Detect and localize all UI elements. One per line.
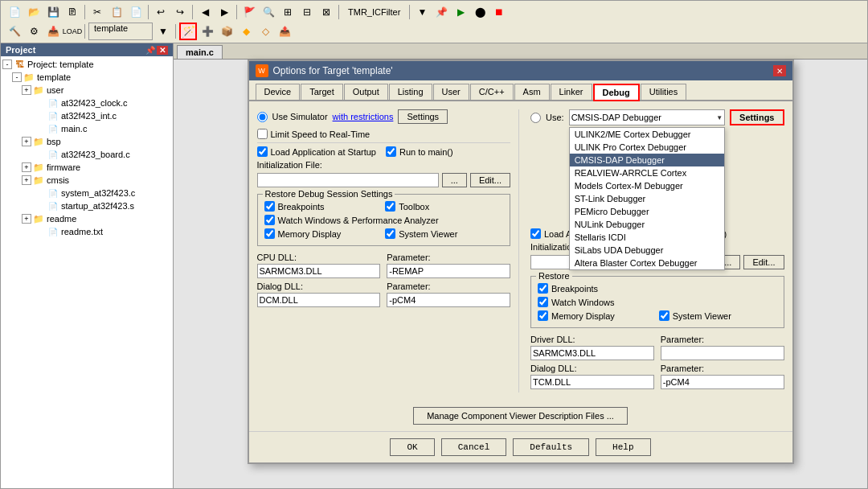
tree-item-bsp[interactable]: + 📁 bsp bbox=[2, 135, 171, 148]
toolbar-diamond2-btn[interactable]: ◇ bbox=[256, 23, 274, 40]
toolbar-options-btn[interactable]: 🪄 bbox=[179, 23, 197, 40]
tree-item-readmetxt[interactable]: 📄 readme.txt bbox=[2, 225, 171, 238]
toolbar-manage-btn[interactable]: 📦 bbox=[218, 23, 235, 40]
toolbar-find-btn[interactable]: 🔍 bbox=[260, 3, 277, 21]
left-settings-btn[interactable]: Settings bbox=[398, 109, 448, 124]
right-system-viewer-checkbox[interactable] bbox=[659, 310, 669, 321]
right-breakpoints-checkbox[interactable] bbox=[538, 283, 548, 294]
help-btn[interactable]: Help bbox=[596, 438, 650, 456]
dialog-tab-listing[interactable]: Listing bbox=[389, 84, 432, 100]
dialog-tab-asm[interactable]: Asm bbox=[514, 84, 550, 100]
toolbar-run-btn[interactable]: ▶ bbox=[452, 3, 469, 21]
dropdown-item-cmsis-dap[interactable]: CMSIS-DAP Debugger bbox=[570, 154, 724, 166]
toolbar-nav-back-btn[interactable]: ◀ bbox=[196, 3, 214, 21]
init-file-input[interactable] bbox=[257, 173, 439, 187]
dialog-dll-input-left[interactable] bbox=[257, 293, 381, 307]
tree-item-system[interactable]: 📄 system_at32f423.c bbox=[2, 187, 171, 199]
toolbar-tmr-btn[interactable]: TMR_ICFilter bbox=[342, 3, 406, 21]
right-watch-windows-checkbox[interactable] bbox=[538, 297, 548, 307]
dropdown-item-altera[interactable]: Altera Blaster Cortex Debugger bbox=[570, 257, 724, 269]
dialog-tab-user[interactable]: User bbox=[433, 84, 469, 100]
tree-item-board[interactable]: 📄 at32f423_board.c bbox=[2, 148, 171, 161]
right-dialog-dll-input[interactable] bbox=[530, 375, 654, 389]
driver-param-input[interactable] bbox=[661, 346, 784, 360]
tree-item-firmware[interactable]: + 📁 firmware bbox=[2, 161, 171, 174]
limit-speed-checkbox[interactable] bbox=[257, 129, 268, 139]
toolbar-save-all-btn[interactable]: 🖹 bbox=[63, 3, 81, 21]
toolbar-bookmark-btn[interactable]: 🚩 bbox=[240, 3, 258, 21]
expand-bsp[interactable]: + bbox=[22, 137, 31, 146]
dialog-tab-device[interactable]: Device bbox=[256, 84, 301, 100]
dialog-tab-cpp[interactable]: C/C++ bbox=[470, 84, 514, 100]
dialog-tab-linker[interactable]: Linker bbox=[551, 84, 592, 100]
toolbar-pin-btn[interactable]: 📌 bbox=[432, 3, 450, 21]
browse-btn[interactable]: ... bbox=[442, 173, 467, 187]
toolbar-cut-btn[interactable]: ✂ bbox=[88, 3, 106, 21]
load-app-checkbox[interactable] bbox=[257, 146, 268, 157]
expand-cmsis[interactable]: + bbox=[22, 175, 31, 185]
toolbar-export-btn[interactable]: 📤 bbox=[276, 23, 293, 40]
tree-item-template[interactable]: - 📁 template bbox=[2, 71, 171, 84]
dropdown-item-realview[interactable]: REALVIEW-ARRCLE Cortex bbox=[570, 166, 724, 179]
tree-item-root[interactable]: - 🏗 Project: template bbox=[2, 58, 171, 71]
cancel-btn[interactable]: Cancel bbox=[441, 438, 507, 456]
toolbar-diamond-btn[interactable]: ◆ bbox=[237, 23, 255, 40]
expand-template[interactable]: - bbox=[12, 72, 22, 82]
memory-display-checkbox[interactable] bbox=[264, 228, 275, 239]
tree-item-clock[interactable]: 📄 at32f423_clock.c bbox=[2, 97, 171, 109]
dialog-tab-output[interactable]: Output bbox=[344, 84, 388, 100]
toolbar-file-btn[interactable]: 📄 bbox=[6, 3, 23, 21]
dropdown-item-nulink[interactable]: NULink Debugger bbox=[570, 218, 724, 231]
toolbar-save-btn[interactable]: 💾 bbox=[44, 3, 62, 21]
dialog-param-input-left[interactable] bbox=[387, 293, 510, 307]
toolbar-build2-btn[interactable]: ⚙ bbox=[25, 23, 43, 40]
toolbar-redo-btn[interactable]: ↪ bbox=[171, 3, 189, 21]
toolbar-load-btn[interactable]: 📥 bbox=[44, 23, 62, 40]
toolbar-replace-btn[interactable]: ⊞ bbox=[279, 3, 297, 21]
toolbar-ref-btn[interactable]: ⊠ bbox=[317, 3, 335, 21]
right-settings-btn[interactable]: Settings bbox=[730, 109, 784, 125]
toolbar-copy-btn[interactable]: 📋 bbox=[108, 3, 125, 21]
manage-btn[interactable]: Manage Component Viewer Description File… bbox=[413, 407, 628, 425]
dropdown-item-silabs[interactable]: SiLabs UDA Debugger bbox=[570, 244, 724, 257]
toolbar-prog-btn[interactable]: LOAD bbox=[63, 23, 81, 40]
dialog-close-btn[interactable]: ✕ bbox=[773, 65, 786, 76]
right-load-app-checkbox[interactable] bbox=[530, 228, 541, 239]
dialog-tab-debug[interactable]: Debug bbox=[593, 84, 640, 101]
tree-item-user[interactable]: + 📁 user bbox=[2, 84, 171, 97]
system-viewer-checkbox[interactable] bbox=[385, 228, 395, 239]
ok-btn[interactable]: OK bbox=[390, 438, 434, 456]
cpu-param-input[interactable] bbox=[387, 264, 510, 278]
dropdown-item-pemicro[interactable]: PEMicro Debugger bbox=[570, 205, 724, 218]
toolbar-open-btn[interactable]: 📂 bbox=[25, 3, 43, 21]
toolbar-undo-btn[interactable]: ↩ bbox=[152, 3, 170, 21]
watch-windows-checkbox[interactable] bbox=[264, 215, 275, 225]
dropdown-item-ulink2[interactable]: ULINK2/ME Cortex Debugger bbox=[570, 128, 724, 141]
toolbox-checkbox[interactable] bbox=[385, 201, 395, 212]
debugger-dropdown[interactable]: CMSIS-DAP Debugger ▼ bbox=[569, 109, 725, 125]
toolbar-circle-btn[interactable]: ⬤ bbox=[471, 3, 489, 21]
cpu-dll-input[interactable] bbox=[257, 264, 381, 278]
driver-dll-input[interactable] bbox=[530, 346, 654, 360]
dialog-tab-utilities[interactable]: Utilities bbox=[641, 84, 686, 100]
toolbar-col-btn[interactable]: ⊟ bbox=[298, 3, 316, 21]
dropdown-item-ulinkpro[interactable]: ULINK Pro Cortex Debugger bbox=[570, 141, 724, 154]
right-edit-btn[interactable]: Edit... bbox=[743, 255, 784, 269]
expand-firmware[interactable]: + bbox=[22, 162, 31, 172]
breakpoints-checkbox[interactable] bbox=[264, 201, 275, 212]
expand-root[interactable]: - bbox=[2, 60, 12, 69]
panel-close-btn[interactable]: ✕ bbox=[157, 46, 168, 55]
tree-item-main[interactable]: 📄 main.c bbox=[2, 122, 171, 135]
tree-item-startup[interactable]: 📄 startup_at32f423.s bbox=[2, 199, 171, 212]
dropdown-item-models[interactable]: Models Cortex-M Debugger bbox=[570, 179, 724, 192]
tree-item-int[interactable]: 📄 at32f423_int.c bbox=[2, 109, 171, 122]
tree-item-readme[interactable]: + 📁 readme bbox=[2, 212, 171, 225]
right-dialog-param-input[interactable] bbox=[661, 375, 784, 389]
radio-use[interactable] bbox=[530, 113, 541, 123]
dialog-tab-target[interactable]: Target bbox=[301, 84, 343, 100]
toolbar-dropdown-btn[interactable]: ▼ bbox=[154, 23, 172, 40]
dropdown-item-stellaris[interactable]: Stellaris ICDI bbox=[570, 231, 724, 244]
toolbar-add-btn[interactable]: ➕ bbox=[199, 23, 216, 40]
tree-item-cmsis[interactable]: + 📁 cmsis bbox=[2, 174, 171, 187]
panel-pin-btn[interactable]: 📌 bbox=[145, 46, 155, 55]
